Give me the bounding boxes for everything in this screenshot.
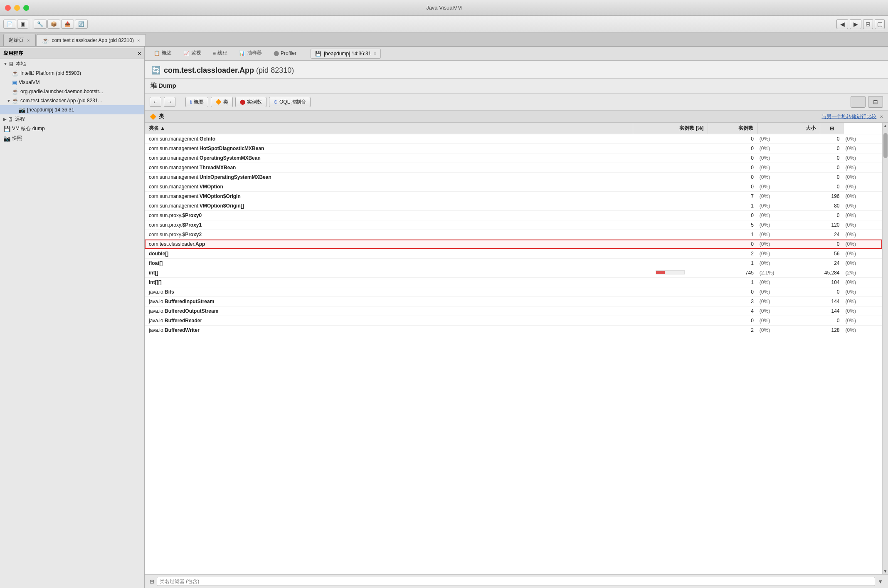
table-row[interactable]: com.sun.management.OperatingSystemMXBean…: [145, 153, 882, 163]
class-filter-input[interactable]: [157, 577, 875, 586]
cell-classname: com.sun.management.HotSpotDiagnosticMXBe…: [145, 144, 633, 153]
window-forward-btn[interactable]: ▶: [850, 19, 861, 29]
oql-btn[interactable]: ⊙ OQL 控制台: [269, 97, 311, 107]
cell-instances-pct: (0%): [758, 326, 820, 335]
sidebar-item-local[interactable]: ▼ 🖥 本地: [0, 59, 144, 69]
col-classname[interactable]: 类名 ▲: [145, 123, 633, 134]
table-row[interactable]: com.sun.proxy.$Proxy00(0%)0(0%): [145, 211, 882, 220]
close-button[interactable]: [5, 5, 11, 11]
sidebar-item-intellij[interactable]: ☕ IntelliJ Platform (pid 55903): [0, 69, 144, 78]
compare-link[interactable]: 与另一个堆转储进行比较: [821, 113, 876, 120]
tab-heapdump[interactable]: 💾 [heapdump] 14:36:31 ×: [311, 49, 381, 59]
table-row[interactable]: com.sun.management.ThreadMXBean0(0%)0(0%…: [145, 163, 882, 173]
table-row[interactable]: java.io.Bits0(0%)0(0%): [145, 287, 882, 297]
cell-instances: 2: [708, 326, 758, 335]
heapdump-sidebar-icon: 📷: [18, 106, 25, 113]
table-row[interactable]: int[]745(2.1%)45,284(2%): [145, 268, 882, 278]
table-row[interactable]: com.sun.management.UnixOperatingSystemMX…: [145, 173, 882, 182]
instances-btn[interactable]: ⬤ 实例数: [235, 97, 266, 107]
tab-monitor[interactable]: 📈 监视: [178, 47, 207, 60]
extra-btn-1[interactable]: [851, 96, 866, 108]
window-controls[interactable]: [5, 5, 29, 11]
scroll-up-arrow-icon[interactable]: ▲: [883, 124, 888, 128]
sidebar-item-gradle[interactable]: ☕ org.gradle.launcher.daemon.bootstr...: [0, 87, 144, 96]
heap-nav: ← → ℹ 概要 🔶 类 ⬤ 实例数 ⊙ OQL 控制台: [145, 94, 888, 111]
table-row[interactable]: com.test.classloader.App0(0%)0(0%): [145, 240, 882, 249]
table-row[interactable]: int[][]1(0%)104(0%): [145, 278, 882, 287]
tab-heapdump-close-icon[interactable]: ×: [373, 51, 376, 57]
tab-sampler[interactable]: 📊 抽样器: [233, 47, 268, 60]
window-restore-btn[interactable]: ▢: [875, 19, 885, 29]
sidebar-item-testapp[interactable]: ▼ ☕ com.test.classloader.App (pid 8231..…: [0, 96, 144, 105]
window-extra-btn[interactable]: ⊟: [863, 19, 873, 29]
tab-start-page[interactable]: 起始页 ×: [3, 34, 36, 46]
sidebar-close-icon[interactable]: ×: [138, 51, 141, 57]
classes-btn[interactable]: 🔶 类: [211, 97, 233, 107]
tool-btn-1[interactable]: 🔧: [34, 20, 47, 29]
grid-button[interactable]: ▣: [17, 20, 28, 29]
nav-back-button[interactable]: ←: [150, 97, 161, 107]
new-button[interactable]: 📄: [3, 20, 16, 29]
sidebar-item-coredump[interactable]: 💾 VM 核心 dump: [0, 124, 144, 133]
main-layout: 应用程序 × ▼ 🖥 本地 ☕ IntelliJ Platform (pid 5…: [0, 47, 888, 588]
cell-size: 24: [820, 230, 844, 240]
tab-profiler[interactable]: ⬤ Profiler: [268, 47, 302, 60]
tab-overview[interactable]: 📋 概述: [148, 47, 178, 60]
sidebar-item-remote[interactable]: ▶ 🖥 远程: [0, 114, 144, 124]
col-instances-pct[interactable]: 实例数 [%]: [633, 123, 708, 134]
tab-start-page-close[interactable]: ×: [26, 38, 30, 43]
table-row[interactable]: com.sun.management.VMOption0(0%)0(0%): [145, 182, 882, 192]
scroll-thumb[interactable]: [883, 133, 888, 158]
cell-instances-pct: (0%): [758, 182, 820, 192]
table-row[interactable]: java.io.BufferedWriter2(0%)128(0%): [145, 326, 882, 335]
cell-size-pct: (0%): [844, 220, 882, 230]
col-filter-icon[interactable]: ⊟: [820, 123, 844, 134]
table-row[interactable]: com.sun.management.HotSpotDiagnosticMXBe…: [145, 144, 882, 153]
section-close-icon[interactable]: ×: [880, 114, 883, 120]
tab-app-label: com test classloader App (pid 82310): [52, 37, 133, 43]
tab-threads[interactable]: ≡ 线程: [207, 47, 233, 60]
cell-bar: [633, 287, 708, 297]
table-row[interactable]: com.sun.management.GcInfo0(0%)0(0%): [145, 134, 882, 144]
minimize-button[interactable]: [14, 5, 20, 11]
window-back-btn[interactable]: ◀: [836, 19, 848, 29]
table-row[interactable]: com.sun.proxy.$Proxy15(0%)120(0%): [145, 220, 882, 230]
sidebar-heapdump-label: [heapdump] 14:36:31: [27, 107, 74, 113]
table-row[interactable]: float[]1(0%)24(0%): [145, 259, 882, 268]
cell-instances-pct: (0%): [758, 316, 820, 326]
vertical-scrollbar[interactable]: ▲ ▼: [882, 123, 888, 574]
tab-app-close[interactable]: ×: [136, 38, 141, 43]
cell-size: 0: [820, 163, 844, 173]
cell-instances-pct: (0%): [758, 297, 820, 306]
table-row[interactable]: com.sun.management.VMOption$Origin[]1(0%…: [145, 201, 882, 211]
info-icon: ℹ: [190, 99, 192, 105]
cell-size: 0: [820, 240, 844, 249]
table-row[interactable]: com.sun.management.VMOption$Origin7(0%)1…: [145, 192, 882, 201]
extra-btn-2[interactable]: ⊟: [868, 96, 883, 108]
table-row[interactable]: java.io.BufferedReader0(0%)0(0%): [145, 316, 882, 326]
cell-size: 80: [820, 201, 844, 211]
sidebar-item-visualvm[interactable]: ▣ VisualVM: [0, 78, 144, 87]
filter-expand-icon[interactable]: ▼: [878, 578, 883, 585]
col-size[interactable]: 大小: [758, 123, 820, 134]
table-row[interactable]: java.io.BufferedOutputStream4(0%)144(0%): [145, 306, 882, 316]
nav-forward-button[interactable]: →: [164, 97, 175, 107]
table-row[interactable]: java.io.BufferedInputStream3(0%)144(0%): [145, 297, 882, 306]
sidebar-item-snapshot[interactable]: 📷 快照: [0, 133, 144, 143]
sidebar-item-heapdump[interactable]: 📷 [heapdump] 14:36:31: [0, 105, 144, 114]
scroll-down-arrow-icon[interactable]: ▼: [883, 569, 888, 573]
tool-btn-4[interactable]: 🔄: [75, 20, 88, 29]
col-instances[interactable]: 实例数: [708, 123, 758, 134]
cell-instances: 0: [708, 182, 758, 192]
content-area: 📋 概述 📈 监视 ≡ 线程 📊 抽样器 ⬤ Profiler 💾 [hea: [145, 47, 888, 588]
tool-btn-2[interactable]: 📦: [47, 20, 60, 29]
table-row[interactable]: double[]2(0%)56(0%): [145, 249, 882, 259]
tab-app[interactable]: ☕ com test classloader App (pid 82310) ×: [37, 34, 146, 46]
tool-btn-3[interactable]: 📤: [61, 20, 74, 29]
scroll-thumb-area[interactable]: [883, 128, 888, 569]
cell-instances-pct: (0%): [758, 278, 820, 287]
overview-btn[interactable]: ℹ 概要: [185, 97, 208, 107]
table-row[interactable]: com.sun.proxy.$Proxy21(0%)24(0%): [145, 230, 882, 240]
maximize-button[interactable]: [23, 5, 29, 11]
app-title: com.test.classloader.App (pid 82310): [164, 66, 294, 75]
